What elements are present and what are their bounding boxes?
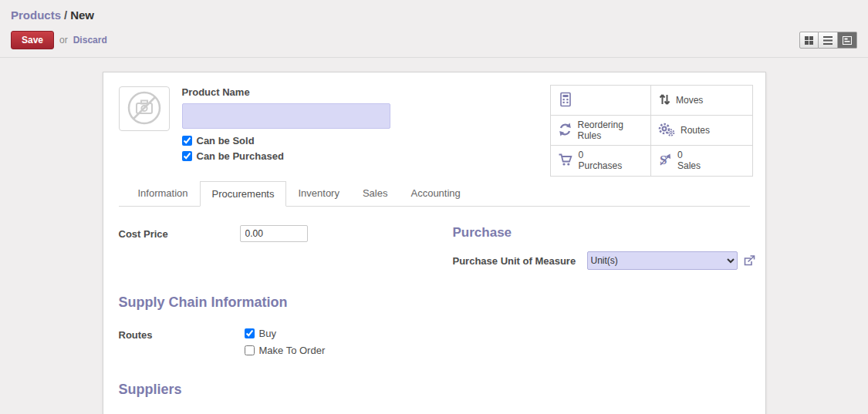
reordering-rules-stat-button[interactable]: Reordering Rules [551,116,652,146]
can-be-purchased-checkbox[interactable] [182,151,192,161]
tab-inventory[interactable]: Inventory [286,181,350,206]
purchases-stat-button[interactable]: 0Purchases [551,146,652,176]
product-name-input[interactable] [182,103,390,129]
external-link-icon[interactable] [743,255,755,266]
reordering-icon [558,122,572,140]
breadcrumb-current: New [70,8,94,22]
cart-icon [558,152,573,170]
notebook-tabs: Information Procurements Inventory Sales… [119,181,750,207]
product-image-placeholder[interactable] [119,86,170,131]
routes-stat-button[interactable]: Routes [651,116,752,146]
building-icon [558,91,573,110]
tab-accounting[interactable]: Accounting [399,181,471,206]
stat-button-box: Moves Reordering Rules [550,85,753,177]
can-be-sold-label: Can be Sold [197,135,255,146]
can-be-purchased-label: Can be Purchased [197,150,284,162]
inventory-stat-button[interactable] [551,86,652,116]
stat-label: Moves [676,96,703,106]
tab-procurements[interactable]: Procurements [200,181,287,207]
or-label: or [59,35,68,45]
route-buy-checkbox[interactable] [245,328,255,338]
stat-label: Routes [681,126,710,136]
cost-price-label: Cost Price [119,228,240,240]
moves-icon [658,92,670,109]
list-view-icon[interactable] [819,32,838,49]
procurements-tab-content: Cost Price Purchase Purchase Unit of Mea… [119,207,750,398]
form-view-icon[interactable] [838,32,857,49]
purchase-uom-label: Purchase Unit of Measure [453,255,587,267]
cost-price-input[interactable] [240,225,308,242]
suppliers-heading: Suppliers [119,382,750,398]
breadcrumb-products-link[interactable]: Products [11,8,61,22]
product-form-sheet: Product Name Can be Sold Can be Purchase… [103,72,766,414]
stat-label: Reordering Rules [578,120,645,142]
route-make-to-order-label: Make To Order [259,345,326,356]
tab-sales[interactable]: Sales [351,181,400,206]
view-switcher [799,32,857,49]
moves-stat-button[interactable]: Moves [651,86,752,116]
can-be-sold-checkbox[interactable] [182,136,192,146]
control-bar: Save or Discard [0,25,868,58]
stat-label: Sales [677,161,701,172]
tab-information[interactable]: Information [127,181,200,206]
breadcrumb-separator: / [64,8,67,22]
discard-link[interactable]: Discard [73,35,107,45]
purchase-heading: Purchase [453,225,755,241]
sales-icon: S [658,152,672,170]
gears-icon [658,122,675,140]
supply-chain-heading: Supply Chain Information [119,295,750,311]
routes-label: Routes [119,328,245,362]
kanban-view-icon[interactable] [799,32,819,49]
sales-stat-button[interactable]: S 0Sales [651,146,752,176]
route-buy-label: Buy [259,328,276,339]
route-make-to-order-checkbox[interactable] [245,345,255,355]
product-name-label: Product Name [182,86,390,98]
stat-label: Purchases [579,161,623,172]
save-button[interactable]: Save [11,31,54,49]
purchase-uom-select[interactable]: Unit(s) [587,251,738,270]
camera-icon [126,89,163,129]
breadcrumb: Products/New [0,0,868,25]
